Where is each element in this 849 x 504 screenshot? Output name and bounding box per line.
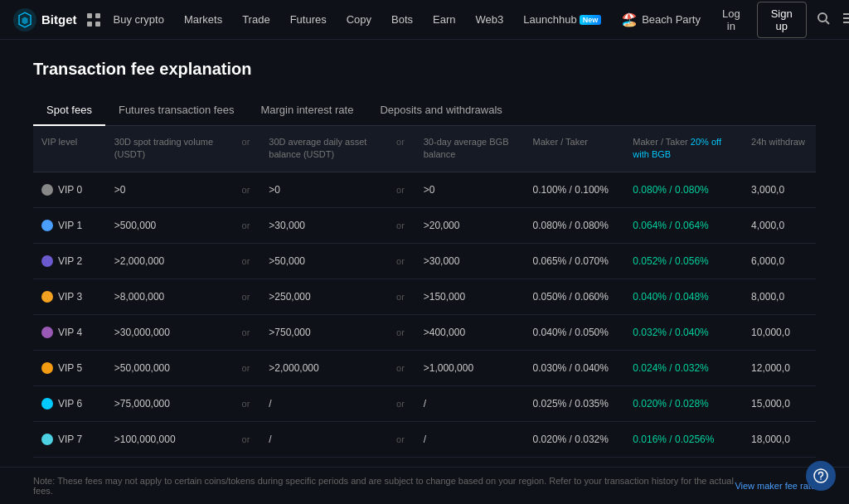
maker-taker-cell-2: 0.065% / 0.070% (525, 243, 625, 279)
svg-rect-8 (843, 17, 849, 19)
page-title: Transaction fee explanation (33, 60, 816, 79)
or-cell-1-1: or (234, 207, 261, 243)
nav-bots[interactable]: Bots (383, 0, 421, 40)
col-maker-taker: Maker / Taker (525, 126, 625, 172)
vip-cell-1: VIP 1 (33, 207, 106, 243)
svg-rect-9 (843, 22, 849, 23)
svg-rect-1 (87, 13, 92, 18)
col-or-2: or (388, 126, 415, 172)
nav-beach-party[interactable]: 🏖️ Beach Party (613, 0, 709, 40)
balance-cell-2: >50,000 (260, 243, 388, 279)
signup-button[interactable]: Sign up (757, 2, 807, 38)
maker-taker-bgb-cell-1: 0.064% / 0.064% (624, 207, 743, 243)
volume-cell-0: >0 (106, 172, 234, 207)
maker-taker-bgb-cell-7: 0.016% / 0.0256% (624, 421, 743, 457)
table-row: VIP 0 >0 or >0 or >0 0.100% / 0.100% 0.0… (33, 172, 816, 207)
or-cell-2-5: or (388, 350, 415, 385)
maker-taker-cell-5: 0.030% / 0.040% (525, 350, 625, 385)
maker-taker-cell-1: 0.080% / 0.080% (525, 207, 625, 243)
nav-launchhub[interactable]: Launchhub New (515, 0, 609, 40)
nav-copy[interactable]: Copy (338, 0, 380, 40)
table-row: VIP 1 >500,000 or >30,000 or >20,000 0.0… (33, 207, 816, 243)
fee-table-wrapper: VIP level 30D spot trading volume (USDT)… (33, 126, 816, 458)
table-row: VIP 3 >8,000,000 or >250,000 or >150,000… (33, 279, 816, 314)
maker-taker-cell-7: 0.020% / 0.032% (525, 421, 625, 457)
col-or-1: or (234, 126, 261, 172)
main-content: Transaction fee explanation Spot fees Fu… (0, 40, 849, 477)
or-cell-1-2: or (234, 243, 261, 279)
table-row: VIP 5 >50,000,000 or >2,000,000 or >1,00… (33, 350, 816, 385)
tab-deposits-withdrawals[interactable]: Deposits and withdrawals (366, 95, 515, 126)
bgb-cell-0: >0 (415, 172, 525, 207)
withdraw-cell-4: 10,000,0 (743, 314, 816, 350)
grid-icon[interactable] (87, 12, 100, 28)
maker-taker-bgb-cell-0: 0.080% / 0.080% (624, 172, 743, 207)
nav-futures[interactable]: Futures (282, 0, 335, 40)
withdraw-cell-0: 3,000,0 (743, 172, 816, 207)
col-maker-taker-bgb: Maker / Taker 20% off with BGB (624, 126, 743, 172)
col-bgb: 30-day average BGB balance (415, 126, 525, 172)
maker-taker-bgb-cell-2: 0.052% / 0.056% (624, 243, 743, 279)
fee-table: VIP level 30D spot trading volume (USDT)… (33, 126, 816, 458)
col-vip-level: VIP level (33, 126, 106, 172)
withdraw-cell-5: 12,000,0 (743, 350, 816, 385)
bgb-cell-6: / (415, 385, 525, 421)
or-cell-2-0: or (388, 172, 415, 207)
search-icon[interactable] (813, 8, 833, 32)
withdraw-cell-1: 4,000,0 (743, 207, 816, 243)
maker-taker-cell-3: 0.050% / 0.060% (525, 279, 625, 314)
withdraw-cell-3: 8,000,0 (743, 279, 816, 314)
svg-line-6 (826, 21, 829, 24)
vip-cell-3: VIP 3 (33, 279, 106, 314)
withdraw-cell-7: 18,000,0 (743, 421, 816, 457)
or-cell-2-6: or (388, 385, 415, 421)
table-row: VIP 4 >30,000,000 or >750,000 or >400,00… (33, 314, 816, 350)
svg-point-5 (818, 13, 827, 22)
or-cell-1-4: or (234, 314, 261, 350)
menu-icon[interactable] (840, 8, 849, 32)
support-button[interactable] (806, 461, 836, 491)
balance-cell-3: >250,000 (260, 279, 388, 314)
navigation: Bitget Buy crypto Markets Trade Futures … (0, 0, 849, 40)
maker-taker-cell-4: 0.040% / 0.050% (525, 314, 625, 350)
col-balance: 30D average daily asset balance (USDT) (260, 126, 388, 172)
nav-markets[interactable]: Markets (176, 0, 230, 40)
balance-cell-5: >2,000,000 (260, 350, 388, 385)
balance-cell-1: >30,000 (260, 207, 388, 243)
vip-cell-2: VIP 2 (33, 243, 106, 279)
vip-cell-7: VIP 7 (33, 421, 106, 457)
nav-earn[interactable]: Earn (424, 0, 463, 40)
svg-rect-4 (95, 22, 100, 27)
bgb-cell-3: >150,000 (415, 279, 525, 314)
footer-note: Note: These fees may not apply to certai… (0, 467, 849, 504)
maker-taker-bgb-cell-3: 0.040% / 0.048% (624, 279, 743, 314)
bgb-cell-7: / (415, 421, 525, 457)
footer-text: Note: These fees may not apply to certai… (33, 476, 735, 496)
tab-bar: Spot fees Futures transaction fees Margi… (33, 95, 816, 126)
maker-taker-cell-0: 0.100% / 0.100% (525, 172, 625, 207)
login-button[interactable]: Log in (712, 2, 750, 37)
nav-web3[interactable]: Web3 (468, 0, 512, 40)
withdraw-cell-2: 6,000,0 (743, 243, 816, 279)
tab-spot-fees[interactable]: Spot fees (33, 95, 105, 126)
maker-taker-cell-6: 0.025% / 0.035% (525, 385, 625, 421)
or-cell-1-0: or (234, 172, 261, 207)
svg-rect-7 (843, 13, 849, 15)
tab-futures-fees[interactable]: Futures transaction fees (105, 95, 247, 126)
col-volume: 30D spot trading volume (USDT) (106, 126, 234, 172)
or-cell-1-7: or (234, 421, 261, 457)
withdraw-cell-6: 15,000,0 (743, 385, 816, 421)
volume-cell-5: >50,000,000 (106, 350, 234, 385)
or-cell-2-3: or (388, 279, 415, 314)
nav-buy-crypto[interactable]: Buy crypto (105, 0, 172, 40)
bgb-cell-2: >30,000 (415, 243, 525, 279)
vip-cell-4: VIP 4 (33, 314, 106, 350)
tab-margin-interest[interactable]: Margin interest rate (247, 95, 366, 126)
svg-rect-3 (87, 22, 92, 27)
volume-cell-2: >2,000,000 (106, 243, 234, 279)
brand-logo[interactable]: Bitget (13, 8, 77, 32)
maker-fee-rate-link[interactable]: View maker fee rate (735, 481, 816, 491)
balance-cell-6: / (260, 385, 388, 421)
nav-trade[interactable]: Trade (234, 0, 278, 40)
table-row: VIP 2 >2,000,000 or >50,000 or >30,000 0… (33, 243, 816, 279)
